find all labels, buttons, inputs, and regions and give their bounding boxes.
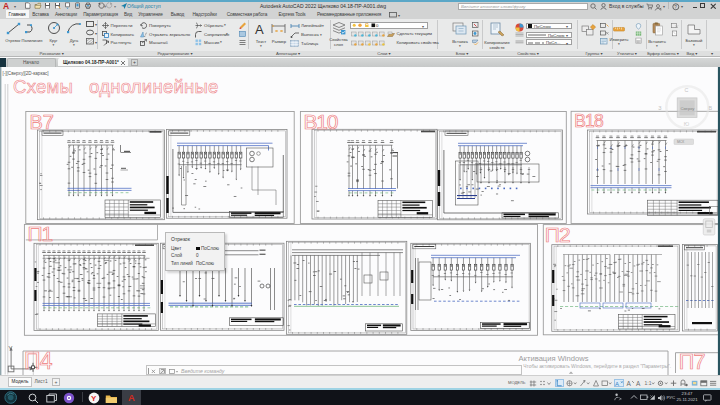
svg-text:В18: В18 — [574, 111, 603, 131]
svg-text:▾: ▾ — [114, 4, 116, 8]
svg-text:Сверху: Сверху — [680, 106, 695, 111]
svg-text:В10: В10 — [304, 110, 338, 133]
svg-text:П2: П2 — [545, 223, 570, 246]
svg-text:В7: В7 — [30, 111, 54, 133]
svg-text:A: A — [626, 379, 631, 386]
svg-text:С: С — [685, 87, 689, 93]
svg-text:П4: П4 — [24, 348, 53, 374]
svg-text:П7: П7 — [679, 350, 705, 374]
svg-text:Y: Y — [91, 393, 97, 402]
svg-text:В: В — [709, 105, 713, 111]
svg-text:▾: ▾ — [398, 13, 400, 18]
svg-text:однолинейные: однолинейные — [89, 76, 219, 97]
svg-text:П1: П1 — [28, 222, 53, 245]
svg-text:Схемы: Схемы — [13, 76, 73, 97]
svg-text:Ю: Ю — [684, 121, 690, 127]
svg-text:Y: Y — [8, 345, 13, 352]
svg-text:[-][Сверху][2D-каркас]: [-][Сверху][2D-каркас] — [3, 71, 49, 76]
svg-text:▾: ▾ — [95, 22, 97, 27]
svg-text:A: A — [615, 380, 619, 386]
svg-text:1:1: 1:1 — [645, 380, 652, 386]
svg-text:МСК: МСК — [677, 140, 684, 144]
svg-text:?: ? — [674, 4, 677, 9]
svg-text:▾: ▾ — [95, 31, 97, 36]
svg-text:A: A — [636, 379, 641, 386]
svg-text:З: З — [658, 105, 661, 111]
svg-text:▾: ▾ — [95, 40, 97, 45]
